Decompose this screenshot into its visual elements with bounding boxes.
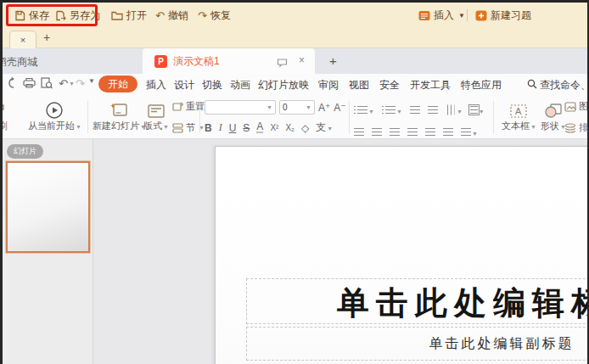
tab-animation[interactable]: 动画 — [230, 78, 250, 92]
print-icon[interactable] — [23, 77, 36, 88]
justify-button[interactable] — [407, 128, 418, 136]
increase-indent-button[interactable] — [428, 106, 438, 114]
tab-special-features[interactable]: 特色应用 — [461, 78, 502, 92]
font-group: ▼ 0 ▼ A⁺ A⁻ B I U S A X² X₂ ◇ 支▼ — [205, 100, 346, 135]
layout-button[interactable]: 版式▼ — [143, 98, 169, 132]
redo-button[interactable]: ↷ 恢复 — [198, 3, 231, 28]
title-placeholder-text: 单击此处编辑标题 — [337, 282, 587, 325]
tab-developer[interactable]: 开发工具 — [410, 78, 451, 92]
layout-icon — [147, 98, 165, 120]
tab-insert[interactable]: 插入 — [146, 78, 166, 92]
text-direction-button[interactable]: ▼ — [446, 102, 463, 117]
slides-panel-header[interactable]: 幻灯片 — [7, 144, 43, 159]
play-from-current-button[interactable]: 从当前开始▼ — [28, 98, 81, 132]
chevron-down-icon: ▼ — [396, 109, 402, 115]
new-slide-label: 新建幻灯片 — [93, 120, 139, 131]
align-center-button[interactable] — [372, 128, 382, 136]
format-painter-button[interactable]: 式刷 — [3, 98, 8, 132]
paragraph-settings-button[interactable]: ▼ — [461, 124, 478, 139]
document-tab-label: 演示文稿1 — [173, 54, 220, 69]
tab-security[interactable]: 安全 — [379, 78, 400, 92]
font-name-combo[interactable]: ▼ — [205, 100, 276, 115]
increase-font-button[interactable]: A⁺ — [318, 102, 330, 114]
search-icon — [527, 79, 537, 92]
open-button[interactable]: 打开 — [111, 3, 147, 28]
numbered-list-button[interactable]: ▼ — [382, 102, 402, 117]
tab-close-icon[interactable]: × — [20, 35, 25, 45]
superscript-button[interactable]: X² — [270, 123, 278, 132]
new-window-tab-button[interactable]: + — [43, 31, 50, 44]
presentation-file-icon: P — [154, 55, 167, 68]
command-search-box[interactable]: 查找命令、搜索 — [527, 78, 587, 92]
subscript-button[interactable]: X₂ — [285, 123, 294, 132]
window-tab[interactable]: × — [9, 31, 36, 48]
undo-arrow-icon: ↶ — [155, 9, 165, 22]
arrange-label: 排列 — [579, 121, 587, 134]
character-tool-button[interactable]: 支▼ — [316, 120, 333, 135]
title-placeholder[interactable]: 单击此处编辑标题 — [246, 278, 587, 324]
picture-arrange-stack: 图片 排列 — [564, 100, 587, 134]
workspace: 幻灯片 单击此处编辑标题 单击此处编辑副标题 — [3, 139, 587, 364]
insert-dropdown-button[interactable]: 插入 ▼ — [418, 3, 465, 28]
text-box-label: 文本框 — [502, 120, 530, 131]
strikethrough-button[interactable]: S — [243, 122, 250, 134]
font-size-combo[interactable]: 0 ▼ — [279, 100, 315, 115]
group-divider — [199, 101, 200, 133]
distribute-button[interactable] — [425, 128, 435, 136]
chevron-down-icon: ▼ — [266, 104, 272, 110]
comment-bubble-icon[interactable] — [277, 56, 288, 71]
new-document-tab-button[interactable]: + — [329, 53, 337, 68]
undo-icon[interactable]: ↶▼ — [59, 77, 75, 90]
format-painter-icon — [3, 98, 7, 120]
tab-review[interactable]: 审阅 — [318, 78, 339, 92]
toolbar-options-icon[interactable]: ▼ — [88, 77, 95, 85]
document-tab-close-icon[interactable]: × — [299, 54, 305, 66]
line-spacing-button[interactable]: ▼ — [470, 102, 485, 117]
new-slide-button[interactable]: 新建幻灯片▼ — [93, 98, 146, 132]
tab-view[interactable]: 视图 — [349, 78, 369, 92]
chevron-down-icon[interactable]: ▼ — [69, 81, 75, 87]
subtitle-placeholder[interactable]: 单击此处编辑副标题 — [246, 327, 587, 361]
print-preview-icon[interactable] — [41, 77, 53, 89]
arrange-icon — [564, 123, 576, 133]
picture-label: 图片 — [579, 100, 587, 113]
underline-button[interactable]: U — [229, 122, 237, 134]
align-left-button[interactable] — [354, 128, 364, 136]
font-color-button[interactable]: A — [256, 122, 263, 133]
decrease-indent-button[interactable] — [410, 106, 420, 114]
tab-design[interactable]: 设计 — [174, 78, 194, 92]
italic-button[interactable]: I — [219, 121, 222, 134]
save-icon — [14, 10, 25, 21]
new-exercise-button[interactable]: 新建习题 — [475, 3, 531, 28]
docer-store-tab[interactable]: 稻壳商城 — [3, 55, 37, 70]
picture-button[interactable]: 图片 — [564, 100, 587, 113]
output-icon[interactable] — [7, 77, 19, 89]
shapes-button[interactable]: 形状▼ — [541, 98, 566, 132]
chevron-down-icon: ▼ — [472, 131, 478, 137]
redo-icon[interactable]: ↷ — [76, 77, 85, 90]
tab-transition[interactable]: 切换 — [202, 78, 222, 92]
save-label: 保存 — [29, 8, 49, 23]
align-right-button[interactable] — [390, 128, 400, 136]
bullet-list-button[interactable]: ▼ — [354, 102, 374, 117]
new-exercise-icon — [475, 10, 487, 21]
group-divider — [493, 101, 494, 133]
top-toolbar: 保存 另存为 打开 ↶ 撤销 ↷ 恢复 插入 ▼ — [3, 3, 587, 28]
save-button[interactable]: 保存 — [14, 3, 49, 28]
font-size-value: 0 — [283, 103, 288, 112]
decrease-font-button[interactable]: A⁻ — [334, 102, 345, 114]
bold-button[interactable]: B — [205, 122, 212, 134]
slide-canvas[interactable]: 单击此处编辑标题 单击此处编辑副标题 — [215, 146, 587, 364]
undo-button[interactable]: ↶ 撤销 — [155, 3, 188, 28]
new-slide-icon — [109, 98, 129, 120]
tab-slideshow[interactable]: 幻灯片放映 — [258, 78, 309, 92]
slide-thumbnail[interactable] — [6, 161, 90, 253]
clear-format-button[interactable]: ◇ — [301, 122, 309, 134]
text-box-button[interactable]: A 文本框▼ — [502, 98, 536, 132]
open-folder-icon — [111, 10, 123, 20]
tab-home[interactable]: 开始 — [98, 76, 137, 92]
arrange-button[interactable]: 排列 — [564, 121, 587, 134]
columns-button[interactable] — [443, 128, 453, 136]
save-as-button[interactable]: 另存为 — [55, 3, 100, 28]
active-document-tab[interactable]: P 演示文稿1 × — [143, 48, 315, 74]
